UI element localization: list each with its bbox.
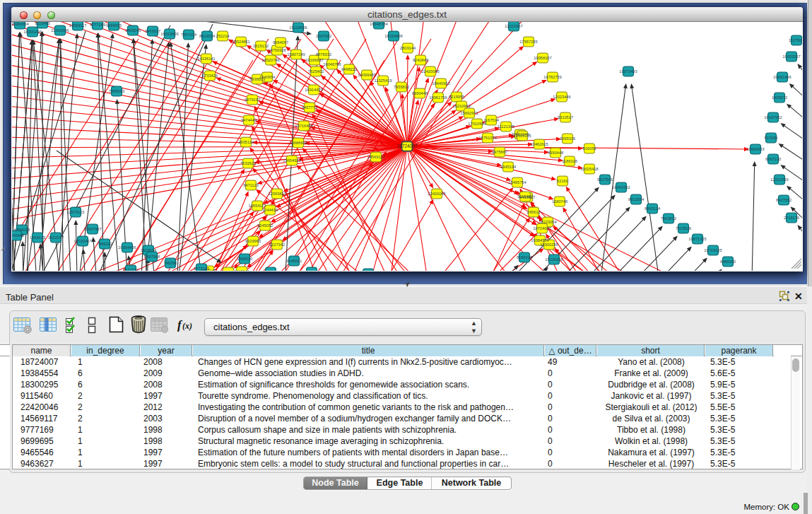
svg-text:19756928: 19756928: [268, 48, 286, 52]
svg-text:12093823: 12093823: [268, 192, 286, 196]
svg-text:15716485: 15716485: [295, 124, 312, 128]
svg-text:19384554: 19384554: [12, 22, 29, 26]
svg-text:10719155: 10719155: [704, 248, 722, 252]
svg-text:8878332: 8878332: [316, 52, 331, 57]
svg-text:9115460: 9115460: [35, 22, 50, 25]
svg-text:816058: 816058: [583, 146, 596, 151]
svg-text:14136141: 14136141: [197, 57, 215, 61]
svg-text:16046766: 16046766: [323, 62, 341, 66]
svg-text:15720407: 15720407: [73, 239, 91, 243]
svg-text:9115460: 9115460: [517, 194, 533, 199]
svg-text:22420046: 22420046: [51, 28, 69, 33]
svg-text:15524851: 15524851: [232, 40, 249, 44]
svg-text:6794028: 6794028: [14, 228, 30, 232]
svg-text:9699695: 9699695: [106, 23, 122, 28]
svg-text:9465546: 9465546: [234, 269, 249, 270]
svg-text:18640910: 18640910: [432, 81, 449, 86]
svg-text:1186328: 1186328: [562, 159, 577, 163]
svg-text:16543362: 16543362: [612, 185, 630, 189]
svg-text:9684067: 9684067: [273, 40, 288, 45]
svg-text:917006: 917006: [765, 136, 778, 140]
svg-text:12975115: 12975115: [67, 210, 85, 214]
svg-text:1527602: 1527602: [789, 38, 802, 42]
svg-text:16782759: 16782759: [543, 75, 561, 79]
svg-text:9457771: 9457771: [302, 105, 317, 110]
svg-text:9146821: 9146821: [286, 259, 302, 263]
svg-text:1080748: 1080748: [552, 199, 567, 204]
svg-text:6466160: 6466160: [720, 259, 736, 264]
svg-text:15807249: 15807249: [287, 52, 305, 57]
svg-text:16107552: 16107552: [764, 115, 782, 119]
svg-text:7663822: 7663822: [661, 216, 676, 221]
svg-text:9465546: 9465546: [125, 28, 141, 33]
svg-text:20691406: 20691406: [773, 75, 791, 79]
svg-text:18300295: 18300295: [23, 30, 41, 34]
svg-text:15226058: 15226058: [545, 257, 563, 262]
svg-text:8427552: 8427552: [776, 198, 792, 202]
svg-text:15751074: 15751074: [478, 136, 496, 140]
svg-text:12505135: 12505135: [513, 134, 531, 138]
svg-text:18300295: 18300295: [540, 243, 558, 247]
svg-text:22420046: 22420046: [421, 69, 439, 74]
svg-text:7986322: 7986322: [97, 242, 112, 246]
svg-text:8471123: 8471123: [243, 183, 259, 187]
svg-text:9310517: 9310517: [558, 115, 573, 119]
svg-text:1167534: 1167534: [483, 118, 499, 122]
svg-text:2935114: 2935114: [238, 140, 254, 144]
svg-text:1244419: 1244419: [262, 208, 278, 212]
svg-text:10520746: 10520746: [261, 58, 279, 62]
svg-text:16914479: 16914479: [305, 88, 322, 92]
svg-text:19218506: 19218506: [289, 25, 307, 30]
svg-text:9245052: 9245052: [257, 223, 273, 228]
svg-text:16210643: 16210643: [452, 104, 470, 108]
svg-text:10958107: 10958107: [534, 56, 551, 60]
svg-text:12213967: 12213967: [505, 24, 522, 28]
svg-text:1615132: 1615132: [253, 44, 269, 48]
svg-text:19654933: 19654933: [746, 147, 764, 151]
svg-text:8990448: 8990448: [412, 91, 428, 95]
svg-text:12023446: 12023446: [553, 95, 570, 99]
svg-text:16154808: 16154808: [384, 34, 402, 38]
svg-text:1733426: 1733426: [202, 74, 218, 78]
svg-text:13462615: 13462615: [530, 142, 548, 146]
svg-text:7857224: 7857224: [181, 33, 196, 37]
svg-text:10671355: 10671355: [688, 237, 706, 241]
svg-text:9227342: 9227342: [269, 243, 285, 247]
svg-text:20364436: 20364436: [118, 245, 136, 250]
svg-text:1345194: 1345194: [500, 165, 516, 169]
svg-text:11325419: 11325419: [375, 78, 392, 83]
svg-text:3824554: 3824554: [141, 248, 156, 252]
svg-text:2718176: 2718176: [784, 216, 799, 220]
svg-text:7625402: 7625402: [308, 69, 324, 74]
svg-text:9498222: 9498222: [341, 67, 357, 71]
svg-text:10688609: 10688609: [289, 141, 307, 145]
svg-text:10025418: 10025418: [580, 167, 598, 171]
svg-text:245612: 245612: [527, 210, 541, 214]
svg-text:18133054: 18133054: [539, 220, 556, 224]
svg-text:18724007: 18724007: [397, 144, 418, 148]
svg-text:10607487: 10607487: [83, 227, 101, 231]
svg-text:16033809: 16033809: [160, 32, 178, 36]
svg-text:8990448: 8990448: [548, 151, 563, 155]
svg-text:2803144: 2803144: [400, 46, 416, 50]
svg-text:746266: 746266: [164, 261, 177, 265]
svg-text:16961758: 16961758: [429, 95, 447, 100]
svg-text:62160: 62160: [557, 179, 568, 183]
svg-text:14099489: 14099489: [358, 73, 375, 77]
svg-text:9329966: 9329966: [245, 239, 261, 243]
svg-text:1405572: 1405572: [772, 95, 787, 100]
svg-text:10653267: 10653267: [782, 54, 800, 59]
svg-text:2687682: 2687682: [316, 34, 331, 38]
svg-text:10973493: 10973493: [619, 69, 637, 74]
svg-text:1362615: 1362615: [30, 235, 45, 240]
svg-text:9474444: 9474444: [241, 118, 257, 122]
svg-text:9463627: 9463627: [145, 29, 160, 33]
svg-text:8267130: 8267130: [765, 157, 781, 161]
svg-text:9975887: 9975887: [492, 150, 507, 154]
svg-text:18724007: 18724007: [533, 226, 551, 230]
svg-text:14569117: 14569117: [367, 155, 385, 159]
svg-text:7955812: 7955812: [394, 85, 409, 89]
svg-text:8860124: 8860124: [645, 206, 660, 211]
svg-text:3822037: 3822037: [48, 235, 64, 240]
svg-text:9527505: 9527505: [597, 177, 613, 182]
